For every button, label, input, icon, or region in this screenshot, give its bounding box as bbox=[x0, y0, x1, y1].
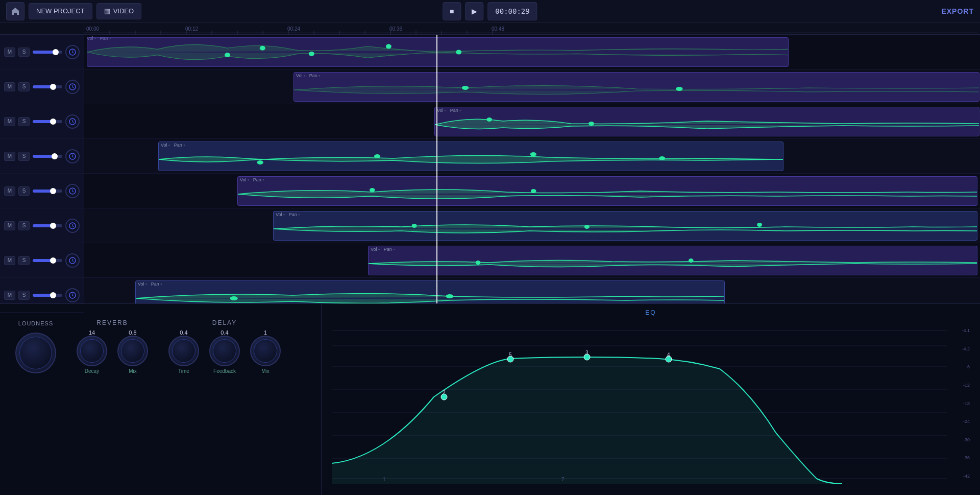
track-timer-1[interactable] bbox=[65, 45, 80, 59]
eq-chart: 2 5 3 4 1 7 bbox=[332, 320, 947, 484]
mute-button-3[interactable]: M bbox=[4, 117, 15, 126]
svg-point-42 bbox=[659, 156, 665, 160]
svg-point-45 bbox=[412, 224, 417, 228]
track-fader-1[interactable] bbox=[33, 51, 62, 54]
delay-mix-label: Mix bbox=[261, 368, 270, 374]
audio-clip-6a[interactable]: Vol ◦ Pan ◦ bbox=[273, 211, 977, 241]
tracks-scroll: Vol ◦ Pan ◦ V bbox=[84, 35, 980, 303]
track-control-2: M S bbox=[0, 69, 84, 104]
solo-button-8[interactable]: S bbox=[18, 291, 30, 300]
audio-clip-2a[interactable]: Vol ◦ Pan ◦ bbox=[293, 72, 979, 102]
svg-text:4: 4 bbox=[667, 352, 670, 358]
solo-button-3[interactable]: S bbox=[18, 117, 30, 126]
track-timer-2[interactable] bbox=[65, 80, 80, 94]
home-button[interactable] bbox=[6, 2, 24, 20]
audio-clip-3a[interactable]: Vol ◦ Pan ◦ bbox=[434, 107, 979, 136]
svg-text:00:36: 00:36 bbox=[389, 26, 402, 32]
play-icon: ▶ bbox=[472, 7, 477, 15]
video-button[interactable]: ▦ VIDEO bbox=[96, 3, 141, 19]
delay-time-knob[interactable] bbox=[168, 336, 199, 366]
svg-text:1: 1 bbox=[383, 477, 386, 482]
delay-feedback-knob[interactable] bbox=[209, 336, 240, 366]
db-label-2: -6 bbox=[949, 364, 970, 369]
reverb-decay-knob[interactable] bbox=[77, 336, 107, 366]
track-lane-8: Vol ◦ Pan ◦ bbox=[84, 278, 980, 303]
track-control-6: M S bbox=[0, 208, 84, 243]
play-button[interactable]: ▶ bbox=[465, 2, 483, 20]
db-label-8: -42 bbox=[949, 474, 970, 479]
svg-point-38 bbox=[589, 122, 594, 126]
svg-point-41 bbox=[530, 152, 536, 156]
solo-button-2[interactable]: S bbox=[18, 82, 30, 91]
mute-button-6[interactable]: M bbox=[4, 221, 15, 230]
track-timer-5[interactable] bbox=[65, 184, 80, 198]
mute-button-7[interactable]: M bbox=[4, 256, 15, 265]
audio-clip-7a[interactable]: Vol ◦ Pan ◦ bbox=[368, 246, 977, 275]
track-timer-3[interactable] bbox=[65, 114, 80, 129]
track-timer-4[interactable] bbox=[65, 149, 80, 163]
mute-button-5[interactable]: M bbox=[4, 186, 15, 196]
svg-point-44 bbox=[531, 189, 536, 193]
db-scale: -4.1 -4.2 -6 -12 -18 -24 -30 -36 -42 bbox=[947, 320, 970, 484]
db-label-4: -18 bbox=[949, 401, 970, 406]
svg-text:00:24: 00:24 bbox=[287, 26, 300, 32]
track-timer-8[interactable] bbox=[65, 288, 80, 302]
export-button[interactable]: EXPORT bbox=[941, 7, 974, 15]
effects-panel: LOUDNESS REVERB 14 bbox=[0, 304, 322, 495]
track-lane-4: Vol ◦ Pan ◦ bbox=[84, 139, 980, 174]
eq-title: EQ bbox=[332, 309, 970, 316]
mute-button-1[interactable]: M bbox=[4, 48, 15, 57]
svg-text:3: 3 bbox=[585, 350, 589, 356]
reverb-title: REVERB bbox=[77, 319, 148, 326]
track-fader-2[interactable] bbox=[33, 85, 62, 88]
track-lane-6: Vol ◦ Pan ◦ bbox=[84, 208, 980, 243]
svg-text:5: 5 bbox=[509, 352, 512, 358]
svg-point-37 bbox=[486, 117, 492, 122]
loudness-knob[interactable] bbox=[15, 333, 56, 373]
reverb-mix-knob[interactable] bbox=[117, 336, 148, 366]
track-fader-4[interactable] bbox=[33, 155, 62, 158]
svg-text:7: 7 bbox=[561, 477, 565, 482]
audio-clip-5a[interactable]: Vol ◦ Pan ◦ bbox=[237, 176, 977, 206]
svg-point-43 bbox=[370, 188, 375, 192]
topbar: NEW PROJECT ▦ VIDEO ■ ▶ 00:00:29 EXPORT bbox=[0, 0, 980, 22]
delay-mix-knob[interactable] bbox=[250, 336, 281, 366]
eq-grid: 2 5 3 4 1 7 bbox=[332, 320, 947, 484]
reverb-decay-group: 14 Decay bbox=[77, 329, 107, 374]
track-timer-7[interactable] bbox=[65, 253, 80, 268]
mute-button-4[interactable]: M bbox=[4, 152, 15, 161]
solo-button-4[interactable]: S bbox=[18, 152, 30, 161]
delay-feedback-label: Feedback bbox=[213, 368, 236, 374]
solo-button-7[interactable]: S bbox=[18, 256, 30, 265]
svg-text:2: 2 bbox=[443, 390, 446, 395]
track-fader-3[interactable] bbox=[33, 120, 62, 123]
audio-clip-1[interactable] bbox=[87, 37, 789, 67]
solo-button-1[interactable]: S bbox=[18, 48, 30, 57]
solo-button-5[interactable]: S bbox=[18, 186, 30, 196]
mute-button-2[interactable]: M bbox=[4, 82, 15, 91]
audio-clip-8a[interactable]: Vol ◦ Pan ◦ bbox=[135, 280, 725, 303]
track-control-1: M S bbox=[0, 35, 84, 69]
transport-controls: ■ ▶ 00:00:29 bbox=[443, 2, 537, 20]
db-label-6: -30 bbox=[949, 437, 970, 442]
stop-button[interactable]: ■ bbox=[443, 2, 461, 20]
track-timer-6[interactable] bbox=[65, 219, 80, 233]
track-controls: M S M S M S bbox=[0, 22, 84, 303]
track-fader-6[interactable] bbox=[33, 224, 62, 227]
new-project-button[interactable]: NEW PROJECT bbox=[29, 3, 92, 19]
track-lane-3: Vol ◦ Pan ◦ bbox=[84, 104, 980, 139]
track-fader-5[interactable] bbox=[33, 190, 62, 193]
delay-feedback-group: 0.4 Feedback bbox=[209, 329, 240, 374]
mute-button-8[interactable]: M bbox=[4, 291, 15, 300]
track-fader-8[interactable] bbox=[33, 294, 62, 297]
svg-point-30 bbox=[225, 53, 230, 57]
solo-button-6[interactable]: S bbox=[18, 221, 30, 230]
timeline-container: M S M S M S bbox=[0, 22, 980, 303]
track-fader-7[interactable] bbox=[33, 259, 62, 262]
svg-point-39 bbox=[257, 160, 263, 164]
audio-clip-4a[interactable]: Vol ◦ Pan ◦ bbox=[158, 142, 783, 171]
video-icon: ▦ bbox=[104, 7, 110, 15]
reverb-mix-label: Mix bbox=[129, 368, 137, 374]
delay-mix-group: 1 Mix bbox=[250, 329, 281, 374]
db-label-1: -4.2 bbox=[949, 346, 970, 351]
